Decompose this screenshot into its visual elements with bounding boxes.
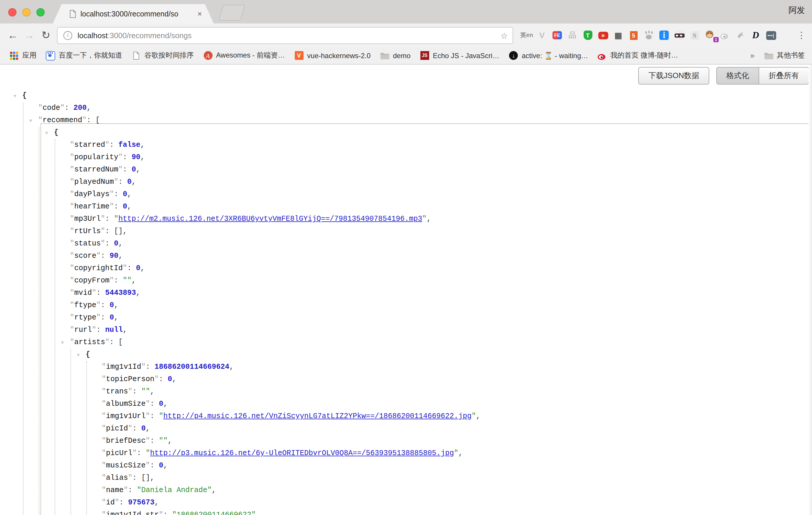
json-line: "musicSize": 0, [0,460,812,472]
json-key: mp3Url [74,215,101,223]
info-icon[interactable]: i [63,31,72,40]
video-speed-icon[interactable]: » [596,29,611,41]
monkey-extension-icon[interactable]: 1 [702,29,718,41]
download-helper-icon[interactable]: •▾▾ [657,29,672,41]
json-value: 90 [132,153,140,162]
fe-extension-icon[interactable]: FE [550,29,565,41]
tab-close-icon[interactable]: × [198,10,202,18]
back-icon[interactable]: ← [6,28,20,42]
json-key: rurl [74,326,92,334]
collapse-triangle-icon[interactable]: ▼ [61,337,64,349]
json-value: 0 [114,239,118,248]
translate-extension-icon[interactable]: 英en [519,29,534,41]
html5-player-icon[interactable]: 5 [626,29,641,41]
json-value: 200 [74,104,87,112]
browser-menu-icon[interactable]: ⋮ [795,28,807,42]
url-host: localhost [78,31,108,40]
json-line: "img1v1Id_str": "18686200114669622" [0,509,812,515]
sitemap-extension-icon[interactable]: 品 [565,29,580,41]
qr-code-icon[interactable]: ▦ [611,29,626,41]
json-line: "popularity": 90, [0,151,812,164]
collapse-triangle-icon[interactable]: ▼ [45,127,48,139]
json-link[interactable]: http://p4.music.126.net/VnZiScyynLG7atLI… [163,412,471,421]
json-key: musicSize [106,462,146,470]
zoom-window-button[interactable] [36,8,45,17]
url-path: :3000/recommend/songs [108,31,192,40]
json-brace: { [54,128,58,137]
s-extension-icon[interactable]: S [687,29,702,41]
json-key: dayPlays [74,190,110,199]
json-line: "ftype": 0, [0,299,812,312]
json-value: 0 [141,425,146,433]
json-key: img1v1Url [106,412,146,421]
close-window-button[interactable] [8,8,17,17]
hummingbird-icon[interactable] [733,29,748,41]
json-value: "" [141,388,150,396]
json-key: artists [74,338,105,346]
json-line: "starred": false, [0,139,812,151]
apps-grid-icon [9,51,19,60]
json-line: "picId": 0, [0,423,812,435]
vimium-extension-icon[interactable]: V [534,29,550,41]
tampermonkey-shield-icon[interactable]: T [580,29,596,41]
right-shade [809,65,812,515]
json-line: "dayPlays": 0, [0,189,812,201]
bookmark-item[interactable]: demo [380,51,410,60]
bookmark-label: 谷歌按时间排序 [144,51,194,60]
bookmark-item[interactable]: AAwesomes - 前端资… [203,51,285,60]
dash-extension-icon[interactable]: D [748,29,763,41]
json-value: 0 [136,264,140,273]
json-line: "copyrightId": 0, [0,262,812,275]
other-bookmarks-folder[interactable]: 其他书签 [764,51,805,60]
folder-icon [380,51,389,60]
bookmark-item[interactable]: 百度一下，你就知道 [46,51,122,60]
json-line: ▼"recommend": [ [0,115,812,127]
bookmark-label: demo [393,51,410,60]
json-bracket: [ [118,338,123,346]
bookmark-item[interactable]: ↓active: ⌛ - waiting… [509,51,588,60]
vue-v-icon: V [294,51,303,60]
reload-icon[interactable]: ↻ [39,28,53,42]
bookmarks-overflow-icon[interactable]: » [750,51,754,60]
bookmark-label: 百度一下，你就知道 [59,51,122,60]
bookmark-item[interactable]: 我的首页 微博-随时… [598,51,678,60]
json-key: trans [106,388,128,396]
collapse-triangle-icon[interactable]: ▼ [77,349,80,361]
minimize-window-button[interactable] [22,8,31,17]
json-line: ▼{ [0,127,812,139]
json-line: "picUrl": "http://p3.music.126.net/6y-Ul… [0,448,812,460]
browser-tab[interactable]: localhost:3000/recommend/so × [53,4,214,24]
json-line: "img1v1Url": "http://p4.music.126.net/Vn… [0,410,812,423]
json-tree: ▼{"code": 200,▼"recommend": [▼{"starred"… [0,65,812,515]
incognito-mask-icon[interactable] [672,29,687,41]
bookmark-item[interactable]: 应用 [9,51,36,60]
forward-icon: → [22,28,36,42]
profile-name[interactable]: 阿发 [788,5,805,16]
folder-icon [764,51,773,60]
json-link[interactable]: http://m2.music.126.net/3XR6BU6yvtyVmFE8… [118,215,422,223]
json-line: "alias": [], [0,472,812,484]
bookmark-item[interactable]: 谷歌按时间排序 [132,51,194,60]
collapse-triangle-icon[interactable]: ▼ [29,115,32,127]
bookmark-item[interactable]: Vvue-hackernews-2.0 [294,51,371,60]
bookmark-item[interactable]: JSEcho JS - JavaScri… [420,51,499,60]
json-brace: { [22,92,27,100]
json-line: "mvid": 5443893, [0,287,812,299]
json-line: "id": 975673, [0,497,812,509]
url-bar[interactable]: i localhost :3000/recommend/songs ☆ [57,27,513,44]
tab-title: localhost:3000/recommend/so [81,10,194,18]
page-icon [132,51,141,60]
json-value: null [105,326,123,334]
json-key: recommend [42,116,82,124]
weibo-gray-icon[interactable] [718,29,733,41]
json-link[interactable]: http://p3.music.126.net/6y-UleORITEDbvrO… [150,449,454,457]
json-brace: { [86,350,90,359]
new-tab-button[interactable] [219,5,245,21]
password-extension-icon[interactable]: •••| [763,29,779,41]
paw-extension-icon[interactable] [641,29,657,41]
json-key: code [42,104,60,112]
collapse-triangle-icon[interactable]: ▼ [13,90,17,102]
json-value: "Daniela Andrade" [137,486,212,494]
bookmark-star-icon[interactable]: ☆ [500,31,508,40]
json-line: ▼"artists": [ [0,337,812,349]
